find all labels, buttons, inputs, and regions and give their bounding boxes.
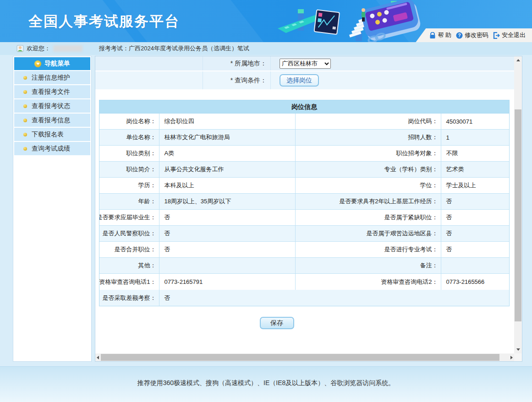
scroll-left-arrow-icon[interactable] <box>97 356 99 359</box>
field-label: 备注： <box>296 258 441 273</box>
job-table-title: 岗位信息 <box>99 100 509 114</box>
table-row: 单位名称：桂林市文化广电和旅游局招聘人数：1 <box>99 130 509 146</box>
scrollbar-corner <box>514 353 522 361</box>
field-value: A类 <box>159 146 296 161</box>
field-value: 0773-2165791 <box>159 274 296 290</box>
exam-info: 报考考试：广西2024年度考试录用公务员（选调生）笔试 <box>99 44 249 53</box>
scroll-up-arrow-icon[interactable] <box>516 59 520 61</box>
field-label: 资格审查咨询电话2： <box>296 274 441 290</box>
chevron-down-circle-icon <box>34 60 41 67</box>
field-value: 否 <box>441 242 509 257</box>
city-select[interactable]: 广西区桂林市 <box>280 59 331 69</box>
field-value: 1 <box>441 130 509 145</box>
field-value: 否 <box>159 242 296 257</box>
job-info-table: 岗位信息 岗位名称：综合职位四岗位代码：45030071单位名称：桂林市文化广电… <box>99 100 510 306</box>
lock-icon <box>429 32 436 39</box>
header-illustration <box>275 0 426 42</box>
main-content: * 所属地市： 广西区桂林市 * 查询条件： 选择岗位 岗位信息 岗位名称：综合… <box>95 56 522 362</box>
field-label: 是否要求具有2年以上基层工作经历： <box>296 194 441 209</box>
table-row: 职位类别：A类职位招考对象：不限 <box>99 146 509 162</box>
field-label: 岗位名称： <box>99 114 159 129</box>
header: 全国人事考试服务平台 帮 助 ? 修改密码 安全退出 <box>0 0 532 42</box>
city-row: * 所属地市： 广西区桂林市 <box>95 56 514 71</box>
field-label: 职位类别： <box>99 146 159 161</box>
logout-link-label: 安全退出 <box>502 31 526 39</box>
sidebar-item[interactable]: 下载报名表 <box>14 128 90 141</box>
sidebar-item[interactable]: 查询考试成绩 <box>14 142 90 155</box>
sidebar-item-label: 查询考试成绩 <box>32 145 70 153</box>
footer: 推荐使用360极速模式、搜狗（高速模式）、IE（IE8及以上版本）、谷歌浏览器访… <box>0 366 532 402</box>
field-value: 本科及以上 <box>159 178 296 193</box>
sidebar-item-label: 查看报考文件 <box>32 88 70 96</box>
query-label: * 查询条件： <box>203 71 271 89</box>
city-label: * 所属地市： <box>203 56 271 71</box>
change-password-link[interactable]: ? 修改密码 <box>456 31 488 39</box>
select-position-button[interactable]: 选择岗位 <box>280 74 319 87</box>
field-label: 岗位代码： <box>296 114 441 129</box>
sidebar-item-label: 查看报考信息 <box>32 116 70 125</box>
field-value <box>441 258 509 273</box>
horizontal-scrollbar-thumb[interactable] <box>101 354 499 361</box>
field-value: 45030071 <box>441 114 509 129</box>
field-label: 学位： <box>296 178 441 193</box>
horizontal-scrollbar[interactable] <box>95 353 514 361</box>
header-links-bar: 帮 助 ? 修改密码 安全退出 <box>416 28 532 42</box>
table-row: 职位简介：从事公共文化服务工作专业（学科）类别：艺术类 <box>99 162 509 178</box>
table-row: 其他：备注： <box>99 258 509 274</box>
field-label: 是否进行专业考试： <box>296 242 441 257</box>
field-value: 18周岁以上、35周岁以下 <box>159 194 296 209</box>
scroll-down-arrow-icon[interactable] <box>516 348 520 351</box>
field-label: 职位招考对象： <box>296 146 441 161</box>
field-value: 0773-2165566 <box>441 274 509 290</box>
table-row: 岗位名称：综合职位四岗位代码：45030071 <box>99 114 509 130</box>
field-label: 是否采取差额考察： <box>99 290 159 306</box>
table-row: 学历：本科及以上学位：学士及以上 <box>99 178 509 194</box>
person-icon <box>16 45 24 52</box>
field-value: 桂林市文化广电和旅游局 <box>159 130 296 145</box>
field-value: 否 <box>441 226 509 241</box>
table-row: 是否要求应届毕业生：否是否属于紧缺职位：否 <box>99 210 509 226</box>
field-label: 年龄： <box>99 194 159 209</box>
sidebar-header[interactable]: 导航菜单 <box>14 57 90 70</box>
scroll-right-arrow-icon[interactable] <box>510 356 513 359</box>
vertical-scrollbar-thumb[interactable] <box>515 109 521 321</box>
sidebar: 导航菜单 注册信息维护查看报考文件查看报考状态查看报考信息下载报名表查询考试成绩 <box>13 56 92 362</box>
field-value: 否 <box>441 210 509 225</box>
field-value: 否 <box>159 226 296 241</box>
vertical-scrollbar[interactable] <box>514 56 522 353</box>
sidebar-item[interactable]: 查看报考文件 <box>14 85 90 98</box>
table-row: 是否人民警察职位：否是否属于艰苦边远地区县：否 <box>99 226 509 242</box>
welcome-greeting: 欢迎您： <box>27 44 50 53</box>
table-row: 年龄：18周岁以上、35周岁以下是否要求具有2年以上基层工作经历：否 <box>99 194 509 210</box>
sidebar-menu: 注册信息维护查看报考文件查看报考状态查看报考信息下载报名表查询考试成绩 <box>14 71 90 155</box>
logout-link[interactable]: 安全退出 <box>493 31 526 39</box>
bullet-icon <box>23 119 27 122</box>
table-row: 是否采取差额考察： 否 <box>99 290 509 306</box>
help-link-label: 帮 助 <box>438 31 451 39</box>
sidebar-item-label: 查看报考状态 <box>32 102 70 110</box>
sidebar-item[interactable]: 查看报考状态 <box>14 99 90 113</box>
sidebar-item[interactable]: 注册信息维护 <box>14 71 90 84</box>
field-label: 是否要求应届毕业生： <box>99 210 159 225</box>
table-row: 是否合并职位：否是否进行专业考试：否 <box>99 242 509 258</box>
page-body: 导航菜单 注册信息维护查看报考文件查看报考状态查看报考信息下载报名表查询考试成绩… <box>13 56 522 362</box>
field-label: 是否人民警察职位： <box>99 226 159 241</box>
field-label: 是否属于艰苦边远地区县： <box>296 226 441 241</box>
sidebar-item[interactable]: 查看报考信息 <box>14 114 90 127</box>
site-title: 全国人事考试服务平台 <box>28 12 180 31</box>
field-value <box>159 258 296 273</box>
svg-text:?: ? <box>458 33 461 38</box>
field-label: 其他： <box>99 258 159 273</box>
save-button[interactable]: 保存 <box>260 317 294 329</box>
redacted-username <box>53 45 82 52</box>
save-button-area: 保存 <box>95 317 514 329</box>
table-row: 资格审查咨询电话1：0773-2165791资格审查咨询电话2：0773-216… <box>99 274 509 290</box>
job-table-rows: 岗位名称：综合职位四岗位代码：45030071单位名称：桂林市文化广电和旅游局招… <box>99 114 509 290</box>
bullet-icon <box>23 104 27 108</box>
browser-recommendation: 推荐使用360极速模式、搜狗（高速模式）、IE（IE8及以上版本）、谷歌浏览器访… <box>0 367 532 387</box>
field-label: 专业（学科）类别： <box>296 162 441 177</box>
spacer-cell <box>95 56 203 71</box>
help-link[interactable]: 帮 助 <box>429 31 451 39</box>
field-value: 否 <box>441 194 509 209</box>
sidebar-item-label: 注册信息维护 <box>32 74 70 82</box>
